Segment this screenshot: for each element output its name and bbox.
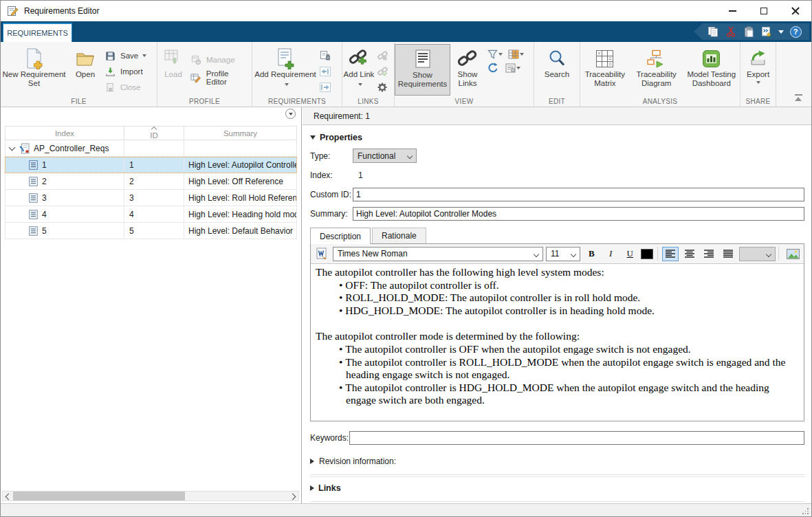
- cell-summary: High Level: Default Behavior: [188, 226, 293, 236]
- scroll-left-button[interactable]: [3, 492, 13, 500]
- chevron-down-icon: [289, 113, 293, 116]
- tree-row-requirement-5[interactable]: 5 5 High Level: Default Behavior: [5, 223, 297, 239]
- font-size-select[interactable]: 11: [546, 247, 580, 261]
- link-settings-button[interactable]: [375, 81, 389, 94]
- tree-row-requirement-1[interactable]: 1 1 High Level: Autopilot Controlle...: [5, 157, 297, 173]
- profile-editor-button[interactable]: Profile Editor: [189, 69, 251, 86]
- revision-information-header[interactable]: Revision information:: [310, 456, 804, 466]
- scroll-right-button[interactable]: [288, 492, 298, 500]
- add-requirement-button[interactable]: Add Requirement: [252, 44, 318, 96]
- column-header-id[interactable]: ID: [124, 126, 184, 140]
- delete-link-button[interactable]: [375, 50, 389, 62]
- resize-grip-icon[interactable]: [802, 507, 809, 514]
- add-link-button[interactable]: Add Link: [342, 44, 375, 96]
- search-button[interactable]: Search: [536, 44, 578, 96]
- custom-id-input[interactable]: [353, 188, 804, 201]
- close-file-button[interactable]: Close: [103, 81, 155, 94]
- requirements-browser-panel: Index ID Summary AP_Controller_Reqs: [1, 107, 302, 503]
- refresh-button[interactable]: [487, 63, 498, 73]
- paste-button[interactable]: [740, 24, 757, 39]
- align-right-icon: [704, 250, 714, 258]
- tree-row-requirement-4[interactable]: 4 4 High Level: Heading hold mode...: [5, 206, 297, 223]
- model-testing-dashboard-button[interactable]: Model Testing Dashboard: [683, 44, 740, 96]
- new-requirement-set-icon: [25, 47, 43, 70]
- italic-button[interactable]: I: [602, 247, 619, 261]
- description-bullet: ROLL_HOLD_MODE: The autopilot controller…: [339, 292, 799, 305]
- description-paragraph: The autopilot controller has the followi…: [316, 266, 799, 279]
- column-header-index[interactable]: Index: [6, 126, 124, 140]
- minimize-button[interactable]: [716, 1, 748, 21]
- qat-dropdown-button[interactable]: [776, 24, 786, 39]
- copy-button[interactable]: [705, 24, 721, 39]
- tree-row-requirement-3[interactable]: 3 3 High Level: Roll Hold Reference: [5, 190, 297, 206]
- custom-shortcut-button[interactable]: [758, 24, 775, 39]
- delete-requirement-button[interactable]: [318, 50, 332, 62]
- tree-row-requirement-set[interactable]: AP_Controller_Reqs: [5, 140, 297, 157]
- horizontal-scrollbar[interactable]: [2, 491, 299, 501]
- list-style-select[interactable]: [739, 247, 776, 261]
- font-family-select[interactable]: Times New Roman: [333, 247, 543, 261]
- description-text-area[interactable]: The autopilot controller has the followi…: [311, 264, 804, 421]
- keywords-input[interactable]: [349, 431, 804, 445]
- tab-requirements[interactable]: REQUIREMENTS: [3, 23, 72, 42]
- align-left-button[interactable]: [662, 247, 679, 261]
- chevron-down-icon: [520, 53, 524, 56]
- requirement-icon: [29, 226, 38, 236]
- column-header-summary[interactable]: Summary: [184, 126, 296, 140]
- open-in-word-button[interactable]: [314, 247, 330, 261]
- cell-summary: High Level: Off Reference: [188, 177, 283, 186]
- new-requirement-set-label: New Requirement Set: [1, 70, 67, 88]
- columns-button[interactable]: [508, 50, 524, 59]
- show-links-button[interactable]: Show Links: [450, 44, 485, 96]
- new-requirement-set-button[interactable]: New Requirement Set: [1, 44, 67, 96]
- insert-image-button[interactable]: [784, 247, 801, 261]
- cell-id: 1: [129, 160, 134, 170]
- browser-view-menu-button[interactable]: [285, 109, 296, 119]
- scrollbar-thumb[interactable]: [13, 492, 185, 500]
- requirements-section-label: REQUIREMENTS: [252, 98, 342, 105]
- align-center-button[interactable]: [681, 247, 698, 261]
- align-justify-button[interactable]: [720, 247, 736, 261]
- cut-button[interactable]: [723, 24, 739, 39]
- summary-input[interactable]: [353, 207, 804, 221]
- show-links-label: Show Links: [450, 70, 485, 88]
- demote-requirement-button[interactable]: [318, 81, 332, 94]
- show-requirements-button[interactable]: Show Requirements: [395, 44, 450, 96]
- requirements-editor-window: Requirements Editor REQUIREMENTS ?: [0, 0, 812, 517]
- load-profile-button[interactable]: Load: [157, 44, 189, 96]
- maximize-button[interactable]: [748, 1, 780, 21]
- verify-link-button[interactable]: [375, 65, 389, 78]
- links-section-header[interactable]: Links: [310, 483, 804, 493]
- properties-section-header[interactable]: Properties: [310, 133, 804, 142]
- requirement-details-panel: Requirement: 1 Properties Type: Function…: [303, 107, 811, 503]
- help-button[interactable]: ?: [787, 24, 804, 39]
- export-button[interactable]: Export: [741, 44, 776, 96]
- search-label: Search: [545, 70, 569, 79]
- bold-button[interactable]: B: [583, 247, 600, 261]
- chevron-down-icon: [778, 30, 784, 34]
- font-color-swatch[interactable]: [641, 249, 652, 259]
- collapse-chevron-icon[interactable]: [9, 145, 15, 151]
- save-button[interactable]: Save: [103, 50, 155, 62]
- open-button[interactable]: Open: [67, 44, 103, 96]
- tab-rationale[interactable]: Rationale: [372, 228, 426, 243]
- import-button[interactable]: Import: [103, 65, 155, 78]
- traceability-matrix-button[interactable]: Traceability Matrix: [580, 44, 630, 96]
- verify-link-icon: [377, 67, 388, 76]
- manage-profile-button[interactable]: Manage: [189, 54, 251, 66]
- requirement-set-label: AP_Controller_Reqs: [34, 144, 109, 153]
- traceability-diagram-button[interactable]: Traceability Diagram: [633, 44, 681, 96]
- promote-requirement-button[interactable]: [318, 65, 332, 78]
- quick-access-toolbar: ?: [694, 23, 809, 40]
- filter-button[interactable]: [487, 50, 503, 59]
- close-button[interactable]: [780, 1, 811, 21]
- type-label: Type:: [310, 151, 353, 161]
- tab-description[interactable]: Description: [310, 228, 371, 244]
- details-panel-button[interactable]: [505, 63, 520, 73]
- collapse-ribbon-button[interactable]: [792, 94, 804, 103]
- underline-button[interactable]: U: [622, 247, 638, 261]
- type-dropdown[interactable]: Functional: [353, 148, 417, 163]
- save-icon: [103, 50, 117, 62]
- tree-row-requirement-2[interactable]: 2 2 High Level: Off Reference: [5, 173, 297, 190]
- align-right-button[interactable]: [701, 247, 717, 261]
